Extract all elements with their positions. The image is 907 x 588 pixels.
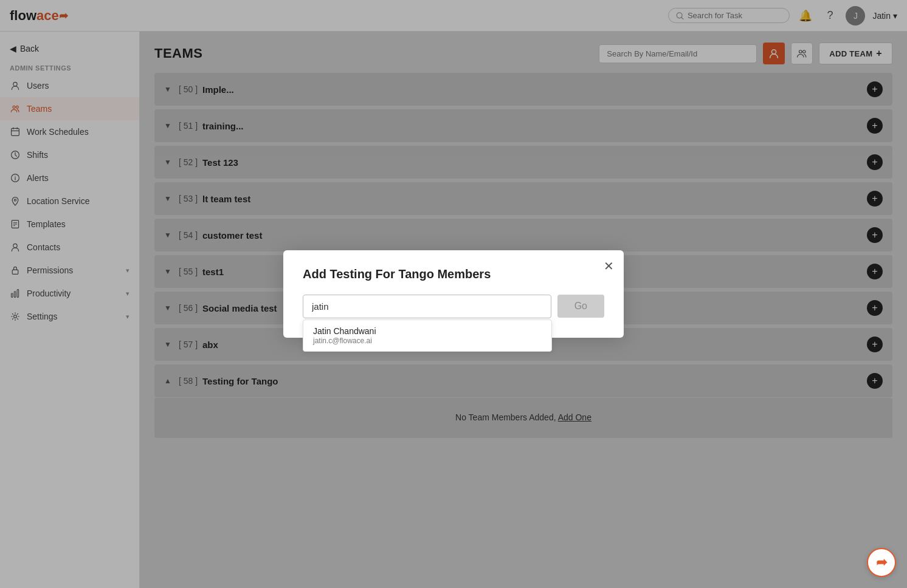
add-member-modal: ✕ Add Testing For Tango Members Go Jatin…: [283, 250, 624, 338]
modal-overlay[interactable]: ✕ Add Testing For Tango Members Go Jatin…: [0, 0, 907, 588]
modal-search-row: Go Jatin Chandwani jatin.c@flowace.ai: [303, 295, 604, 318]
modal-title: Add Testing For Tango Members: [303, 267, 604, 281]
dropdown-item-email: jatin.c@flowace.ai: [313, 337, 542, 345]
bottom-logo-button[interactable]: ➦: [867, 548, 896, 577]
dropdown-item-name: Jatin Chandwani: [313, 326, 542, 336]
dropdown-item[interactable]: Jatin Chandwani jatin.c@flowace.ai: [303, 320, 551, 351]
go-button[interactable]: Go: [557, 295, 604, 318]
modal-search-input[interactable]: [303, 295, 551, 318]
search-dropdown: Jatin Chandwani jatin.c@flowace.ai: [303, 320, 552, 352]
modal-close-button[interactable]: ✕: [604, 259, 614, 273]
